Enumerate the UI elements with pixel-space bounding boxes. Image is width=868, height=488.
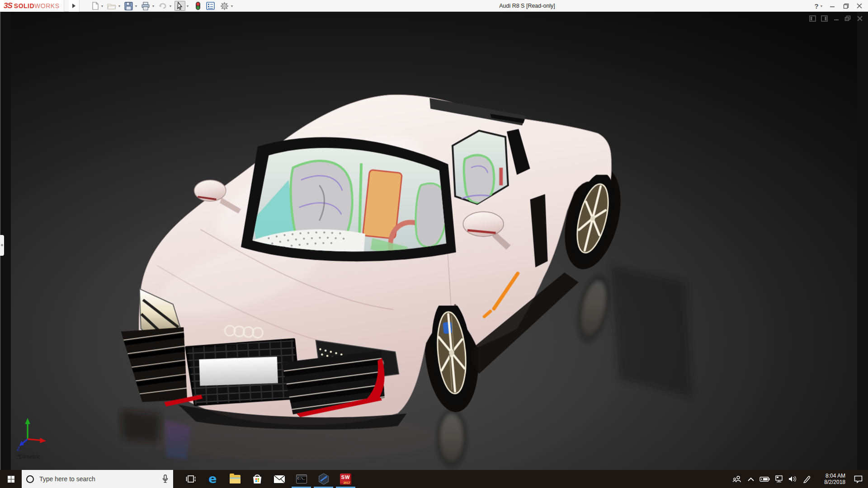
close-icon: [857, 3, 862, 9]
select-dropdown[interactable]: ▼: [185, 1, 190, 11]
feature-pane-icon: [809, 15, 816, 22]
print-icon: [141, 2, 150, 10]
print-button[interactable]: [140, 1, 151, 11]
minimize-icon: [830, 3, 835, 9]
clock[interactable]: 8:04 AM 8/2/2018: [817, 473, 845, 485]
windows-ink-button[interactable]: [800, 470, 814, 488]
doc-minimize-icon: [833, 15, 840, 22]
chevron-up-icon: [748, 477, 754, 481]
command-prompt-button[interactable]: C:\_: [290, 470, 312, 488]
save-icon: [124, 2, 133, 10]
mail-button[interactable]: [268, 470, 290, 488]
dassault-3ds-mark: 3S: [4, 1, 12, 10]
open-dropdown[interactable]: ▼: [117, 1, 122, 11]
tray-time: 8:04 AM: [817, 473, 845, 479]
network-button[interactable]: [772, 470, 786, 488]
doc-close-icon: [857, 15, 863, 22]
license-plate-blank: [199, 357, 278, 385]
brand-solid: SOLID: [14, 2, 34, 9]
tray-date: 8/2/2018: [817, 479, 845, 485]
taskbar-search[interactable]: [22, 470, 173, 488]
undo-button[interactable]: [157, 1, 168, 11]
solidworks-visualize-button[interactable]: [312, 470, 335, 488]
command-prompt-icon: C:\_: [296, 474, 307, 483]
window-controls: ? ▼: [813, 0, 865, 12]
open-button[interactable]: [106, 1, 117, 11]
volume-button[interactable]: [786, 470, 800, 488]
edge-icon: e: [208, 473, 217, 485]
solidworks-2017-icon: SW 2017: [340, 474, 351, 485]
people-icon: [732, 475, 741, 483]
taskbar-apps: e: [179, 470, 357, 488]
show-display-pane-button[interactable]: [821, 15, 828, 22]
view-orientation-label: *Dimetric: [17, 454, 40, 460]
flyout-grip-dot: [1, 244, 3, 246]
store-icon: [252, 474, 263, 484]
doc-close-button[interactable]: [856, 15, 863, 22]
pen-icon: [803, 475, 811, 483]
restore-icon: [843, 3, 849, 9]
solidworks-visualize-icon: [318, 473, 330, 485]
file-explorer-button[interactable]: [224, 470, 246, 488]
windows-logo-icon: [8, 476, 14, 483]
system-tray: 8:04 AM 8/2/2018: [730, 470, 868, 488]
save-dropdown[interactable]: ▼: [134, 1, 138, 11]
task-view-button[interactable]: [179, 470, 202, 488]
doc-restore-icon: [844, 15, 851, 22]
close-button[interactable]: [854, 1, 865, 11]
start-button[interactable]: [0, 470, 22, 488]
show-feature-pane-button[interactable]: [809, 15, 816, 22]
doc-minimize-button[interactable]: [832, 15, 840, 22]
document-window-controls: [809, 15, 863, 22]
new-document-button[interactable]: [90, 1, 100, 11]
file-properties-button[interactable]: [205, 1, 216, 11]
quick-access-toolbar: ▼ ▼ ▼: [90, 0, 236, 12]
menu-expand-button[interactable]: [69, 0, 80, 12]
task-view-icon: [185, 474, 196, 484]
doc-restore-button[interactable]: [844, 15, 852, 22]
hidden-icons-button[interactable]: [744, 470, 758, 488]
search-input[interactable]: [39, 475, 162, 483]
speaker-icon: [788, 475, 797, 483]
triad-z-label: Z: [17, 446, 20, 451]
solidworks-logo[interactable]: 3S SOLID WORKS: [0, 0, 64, 12]
solidworks-2017-button[interactable]: SW 2017: [335, 470, 357, 488]
rebuild-traffic-light-icon: [195, 1, 201, 10]
rebuild-button[interactable]: [194, 1, 202, 11]
cortana-icon: [26, 475, 34, 483]
select-cursor-icon: [176, 2, 184, 10]
display-pane-icon: [821, 15, 828, 22]
help-button[interactable]: ? ▼: [813, 1, 825, 11]
undo-dropdown[interactable]: ▼: [168, 1, 173, 11]
new-document-dropdown[interactable]: ▼: [100, 1, 104, 11]
new-document-icon: [91, 2, 99, 10]
microphone-icon[interactable]: [162, 474, 169, 483]
file-properties-icon: [206, 2, 215, 10]
action-center-button[interactable]: [848, 470, 868, 488]
edge-button[interactable]: e: [202, 470, 224, 488]
undo-icon: [158, 2, 167, 10]
screen: 3S SOLID WORKS ▼ ▼: [0, 0, 868, 488]
open-icon: [107, 2, 116, 10]
people-button[interactable]: [730, 470, 744, 488]
windows-taskbar: e: [0, 470, 868, 488]
battery-charging-icon: [760, 476, 770, 482]
graphics-viewport[interactable]: Z *Dimetric: [0, 12, 868, 470]
options-gear-icon: [220, 2, 229, 10]
feature-tree-flyout-tab[interactable]: [0, 235, 4, 256]
minimize-button[interactable]: [826, 1, 838, 11]
ethernet-icon: [774, 475, 783, 483]
battery-button[interactable]: [758, 470, 772, 488]
options-dropdown[interactable]: ▼: [230, 1, 234, 11]
restore-button[interactable]: [840, 1, 852, 11]
store-button[interactable]: [246, 470, 268, 488]
titlebar: 3S SOLID WORKS ▼ ▼: [0, 0, 868, 12]
print-dropdown[interactable]: ▼: [151, 1, 156, 11]
mail-icon: [274, 475, 285, 483]
model-canvas[interactable]: Z *Dimetric: [0, 12, 868, 470]
select-button[interactable]: [175, 1, 185, 11]
window-title: Audi R8 S [Read-only]: [499, 0, 555, 12]
options-button[interactable]: [219, 1, 230, 11]
expand-arrow-icon: [72, 4, 75, 8]
save-button[interactable]: [123, 1, 134, 11]
